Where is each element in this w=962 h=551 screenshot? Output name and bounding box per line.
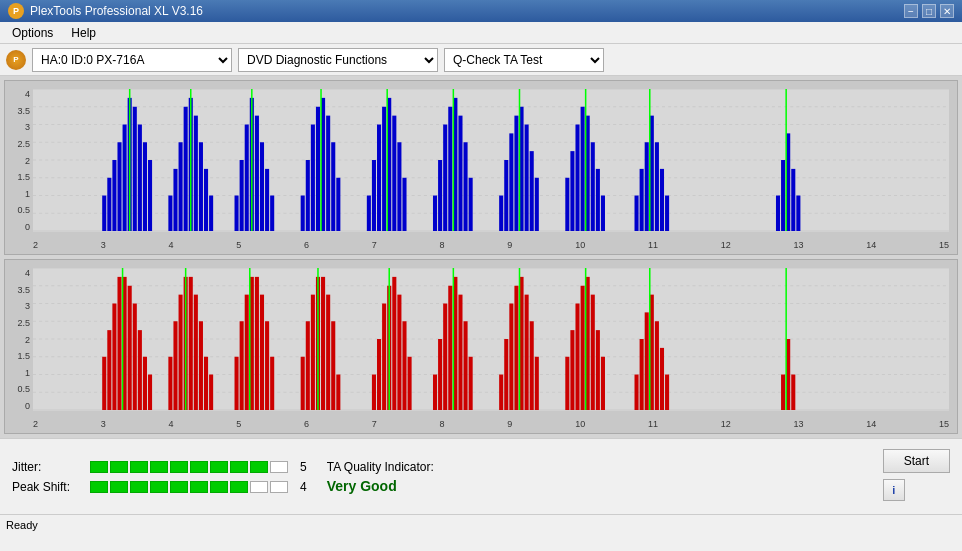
svg-rect-80 xyxy=(591,142,595,231)
svg-rect-86 xyxy=(645,142,649,231)
svg-rect-16 xyxy=(138,125,142,232)
svg-rect-156 xyxy=(438,339,442,410)
peak-shift-bar-segment xyxy=(190,481,208,493)
svg-rect-23 xyxy=(184,107,188,231)
top-chart-y-axis: 4 3.5 3 2.5 2 1.5 1 0.5 0 xyxy=(5,89,33,232)
svg-rect-170 xyxy=(530,321,534,410)
device-select[interactable]: HA:0 ID:0 PX-716A xyxy=(32,48,232,72)
peak-shift-row: Peak Shift: 4 xyxy=(12,480,307,494)
bottom-chart-inner xyxy=(33,268,949,411)
peak-shift-bar-segment xyxy=(150,481,168,493)
svg-rect-118 xyxy=(168,357,172,410)
svg-rect-178 xyxy=(591,295,595,410)
svg-rect-48 xyxy=(367,196,371,232)
svg-rect-92 xyxy=(776,196,780,232)
jitter-bar-segment xyxy=(270,461,288,473)
button-section: Start i xyxy=(883,445,950,501)
svg-rect-75 xyxy=(565,178,569,231)
minimize-button[interactable]: − xyxy=(904,4,918,18)
menu-help[interactable]: Help xyxy=(63,24,104,42)
svg-rect-179 xyxy=(596,330,600,410)
svg-rect-40 xyxy=(306,160,310,231)
svg-rect-128 xyxy=(235,357,239,410)
svg-rect-130 xyxy=(245,295,249,410)
test-select[interactable]: Q-Check TA Test xyxy=(444,48,604,72)
svg-rect-60 xyxy=(448,107,452,231)
peak-shift-bar-segment xyxy=(270,481,288,493)
close-button[interactable]: ✕ xyxy=(940,4,954,18)
ta-quality-section: TA Quality Indicator: Very Good xyxy=(327,460,434,494)
function-select[interactable]: DVD Diagnostic Functions xyxy=(238,48,438,72)
peak-shift-bar-segment xyxy=(170,481,188,493)
svg-rect-72 xyxy=(530,151,534,231)
svg-rect-85 xyxy=(640,169,644,231)
svg-rect-155 xyxy=(433,375,437,411)
svg-rect-51 xyxy=(382,107,386,231)
svg-rect-39 xyxy=(301,196,305,232)
bottom-chart: 4 3.5 3 2.5 2 1.5 1 0.5 0 xyxy=(4,259,958,434)
ta-quality-value: Very Good xyxy=(327,478,397,494)
jitter-bar-segment xyxy=(110,461,128,473)
svg-rect-50 xyxy=(377,125,381,232)
svg-rect-44 xyxy=(326,116,330,231)
metrics-section: Jitter: 5 Peak Shift: 4 xyxy=(12,460,307,494)
bottom-panel: Jitter: 5 Peak Shift: 4 TA Quality Indic… xyxy=(0,438,962,514)
svg-rect-173 xyxy=(565,357,569,410)
svg-rect-53 xyxy=(392,116,396,231)
svg-rect-55 xyxy=(402,178,406,231)
svg-rect-120 xyxy=(179,295,183,410)
svg-rect-35 xyxy=(260,142,264,231)
peak-shift-bar-segment xyxy=(130,481,148,493)
app-icon: P xyxy=(8,3,24,19)
svg-rect-112 xyxy=(128,286,132,410)
svg-rect-32 xyxy=(245,125,249,232)
svg-rect-184 xyxy=(645,312,649,410)
svg-rect-175 xyxy=(575,304,579,411)
svg-rect-15 xyxy=(133,107,137,231)
svg-rect-59 xyxy=(443,125,447,232)
svg-rect-73 xyxy=(535,178,539,231)
status-text: Ready xyxy=(6,519,38,531)
info-button[interactable]: i xyxy=(883,479,905,501)
charts-area: 4 3.5 3 2.5 2 1.5 1 0.5 0 xyxy=(0,76,962,438)
svg-rect-152 xyxy=(402,321,406,410)
svg-rect-46 xyxy=(336,178,340,231)
svg-rect-54 xyxy=(397,142,401,231)
jitter-bar-segment xyxy=(150,461,168,473)
peak-shift-bar-segment xyxy=(110,481,128,493)
svg-rect-148 xyxy=(382,304,386,411)
svg-rect-192 xyxy=(791,375,795,411)
svg-rect-133 xyxy=(260,295,264,410)
svg-rect-139 xyxy=(311,295,315,410)
svg-rect-151 xyxy=(397,295,401,410)
maximize-button[interactable]: □ xyxy=(922,4,936,18)
svg-rect-187 xyxy=(660,348,664,410)
svg-rect-21 xyxy=(173,169,177,231)
svg-rect-143 xyxy=(331,321,335,410)
svg-rect-30 xyxy=(235,196,239,232)
toolbar: P HA:0 ID:0 PX-716A DVD Diagnostic Funct… xyxy=(0,44,962,76)
peak-shift-value: 4 xyxy=(300,480,307,494)
svg-rect-182 xyxy=(635,375,639,411)
svg-rect-160 xyxy=(458,295,462,410)
svg-rect-31 xyxy=(240,160,244,231)
svg-rect-126 xyxy=(209,375,213,411)
peak-shift-bar-segment xyxy=(90,481,108,493)
svg-rect-162 xyxy=(469,357,473,410)
svg-rect-78 xyxy=(581,107,585,231)
svg-rect-107 xyxy=(102,357,106,410)
svg-rect-68 xyxy=(509,133,513,231)
start-button[interactable]: Start xyxy=(883,449,950,473)
svg-rect-125 xyxy=(204,357,208,410)
peak-shift-bar-segment xyxy=(230,481,248,493)
svg-rect-77 xyxy=(575,125,579,232)
title-bar-text: PlexTools Professional XL V3.16 xyxy=(30,4,203,18)
menu-options[interactable]: Options xyxy=(4,24,61,42)
jitter-value: 5 xyxy=(300,460,307,474)
svg-rect-42 xyxy=(316,107,320,231)
svg-rect-150 xyxy=(392,277,396,410)
svg-rect-124 xyxy=(199,321,203,410)
svg-rect-141 xyxy=(321,277,325,410)
svg-rect-161 xyxy=(464,321,468,410)
jitter-bar-segment xyxy=(90,461,108,473)
